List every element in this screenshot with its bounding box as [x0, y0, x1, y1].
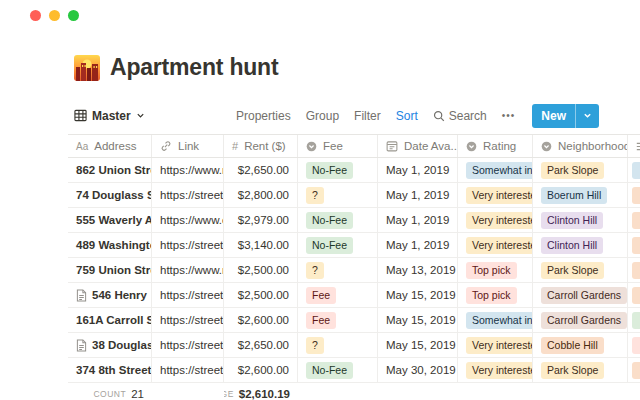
cell-date-available[interactable]: May 15, 2019	[378, 283, 458, 307]
cell-date-available[interactable]: May 1, 2019	[378, 158, 458, 182]
cell-neighborhood[interactable]: Park Slope	[533, 358, 628, 382]
column-header-address[interactable]: AaAddress	[68, 135, 152, 157]
cell-address[interactable]: 161A Carroll St	[68, 308, 152, 332]
sort-button[interactable]: Sort	[396, 109, 418, 123]
column-header-rent[interactable]: #Rent ($)	[224, 135, 298, 157]
cell-neighborhood[interactable]: Park Slope	[533, 158, 628, 182]
cell-link[interactable]: https://streetea	[152, 308, 224, 332]
cell-rating[interactable]: Very interested	[458, 233, 533, 257]
average-aggregate[interactable]: AVERAGE $2,610.19	[224, 387, 298, 400]
cell-fee[interactable]: No-Fee	[298, 158, 378, 182]
page-title: Apartment hunt	[110, 54, 278, 81]
cell-neighborhood[interactable]: Park Slope	[533, 258, 628, 282]
cell-fee[interactable]: ?	[298, 258, 378, 282]
new-dropdown-button[interactable]	[576, 111, 599, 120]
cell-rating[interactable]: Very interested	[458, 358, 533, 382]
table-row[interactable]: 759 Union Stre https://www.na $2,500.00 …	[68, 258, 640, 283]
cell-neighborhood[interactable]: Cobble Hill	[533, 333, 628, 357]
cell-fee[interactable]: ?	[298, 183, 378, 207]
cell-rent[interactable]: $2,600.00	[224, 358, 298, 382]
rent-value: $2,979.00	[238, 214, 289, 226]
cell-address[interactable]: 38 Douglas	[68, 333, 152, 357]
table-row[interactable]: 161A Carroll St https://streetea $2,600.…	[68, 308, 640, 333]
cell-date-available[interactable]: May 1, 2019	[378, 208, 458, 232]
column-header-neighborhood[interactable]: Neighborhood	[533, 135, 628, 157]
search-button[interactable]: Search	[433, 109, 487, 123]
cell-date-available[interactable]: May 1, 2019	[378, 183, 458, 207]
new-button[interactable]: New	[532, 109, 575, 123]
cell-rating[interactable]: Top pick	[458, 258, 533, 282]
count-aggregate[interactable]: COUNT 21	[68, 387, 152, 400]
cell-fee[interactable]: Fee	[298, 308, 378, 332]
column-header-date-ava[interactable]: Date Ava...	[378, 135, 458, 157]
properties-button[interactable]: Properties	[236, 109, 291, 123]
cell-rent[interactable]: $2,650.00	[224, 158, 298, 182]
cell-rent[interactable]: $2,500.00	[224, 258, 298, 282]
cell-link[interactable]: https://www.cit	[152, 208, 224, 232]
rating-tag: Somewhat interested	[466, 312, 533, 329]
cell-neighborhood[interactable]: Clinton Hill	[533, 233, 628, 257]
cell-link[interactable]: https://www.na	[152, 258, 224, 282]
table-row[interactable]: 862 Union Stre https://www.na $2,650.00 …	[68, 158, 640, 183]
cell-date-available[interactable]: May 1, 2019	[378, 233, 458, 257]
cell-link[interactable]: https://www.na	[152, 158, 224, 182]
cell-date-available[interactable]: May 13, 2019	[378, 258, 458, 282]
cell-rent[interactable]: $2,650.00	[224, 333, 298, 357]
column-header-hidden-column[interactable]	[628, 135, 640, 157]
cell-rating[interactable]: Somewhat interested	[458, 158, 533, 182]
zoom-button[interactable]	[68, 10, 79, 21]
cell-rating[interactable]: Very interested	[458, 183, 533, 207]
cell-address[interactable]: 374 8th Street	[68, 358, 152, 382]
cell-address[interactable]: 489 Washingto	[68, 233, 152, 257]
cell-rating[interactable]: Very interested	[458, 208, 533, 232]
cell-date-available[interactable]: May 15, 2019	[378, 333, 458, 357]
column-label: Rent ($)	[244, 140, 286, 152]
fee-tag: ?	[306, 187, 324, 204]
cell-link[interactable]: https://streetea	[152, 233, 224, 257]
table-row[interactable]: 38 Douglas https://streetea $2,650.00 ? …	[68, 333, 640, 358]
cell-link[interactable]: https://streetea	[152, 183, 224, 207]
cell-neighborhood[interactable]: Boerum Hill	[533, 183, 628, 207]
cell-link[interactable]: https://streetea	[152, 283, 224, 307]
cell-rating[interactable]: Top pick	[458, 283, 533, 307]
close-button[interactable]	[30, 10, 41, 21]
cell-rating[interactable]: Somewhat interested	[458, 308, 533, 332]
cell-rent[interactable]: $2,500.00	[224, 283, 298, 307]
cell-address[interactable]: 555 Waverly A	[68, 208, 152, 232]
table-row[interactable]: 374 8th Street https://streetea $2,600.0…	[68, 358, 640, 383]
cell-date-available[interactable]: May 30, 2019	[378, 358, 458, 382]
column-header-fee[interactable]: Fee	[298, 135, 378, 157]
cell-rent[interactable]: $2,979.00	[224, 208, 298, 232]
cell-link[interactable]: https://streetea	[152, 333, 224, 357]
cell-fee[interactable]: Fee	[298, 283, 378, 307]
more-options-button[interactable]: •••	[502, 110, 516, 121]
table-row[interactable]: 555 Waverly A https://www.cit $2,979.00 …	[68, 208, 640, 233]
cell-neighborhood[interactable]: Carroll Gardens	[533, 308, 628, 332]
cell-fee[interactable]: ?	[298, 333, 378, 357]
column-header-link[interactable]: Link	[152, 135, 224, 157]
cell-address[interactable]: 759 Union Stre	[68, 258, 152, 282]
cell-fee[interactable]: No-Fee	[298, 358, 378, 382]
column-header-rating[interactable]: Rating	[458, 135, 533, 157]
cell-fee[interactable]: No-Fee	[298, 233, 378, 257]
table-row[interactable]: 74 Douglass St https://streetea $2,800.0…	[68, 183, 640, 208]
group-button[interactable]: Group	[306, 109, 339, 123]
cell-rent[interactable]: $2,600.00	[224, 308, 298, 332]
cell-address[interactable]: 74 Douglass St	[68, 183, 152, 207]
cell-date-available[interactable]: May 15, 2019	[378, 308, 458, 332]
view-switcher[interactable]: Master	[74, 109, 145, 123]
cell-fee[interactable]: No-Fee	[298, 208, 378, 232]
cell-link[interactable]: https://streetea	[152, 358, 224, 382]
cell-rating[interactable]: Very interested	[458, 333, 533, 357]
minimize-button[interactable]	[49, 10, 60, 21]
cell-address[interactable]: 862 Union Stre	[68, 158, 152, 182]
cell-neighborhood[interactable]: Clinton Hill	[533, 208, 628, 232]
cell-offscreen	[628, 208, 640, 232]
filter-button[interactable]: Filter	[354, 109, 381, 123]
cell-address[interactable]: 546 Henry	[68, 283, 152, 307]
table-row[interactable]: 546 Henry https://streetea $2,500.00 Fee…	[68, 283, 640, 308]
cell-rent[interactable]: $3,140.00	[224, 233, 298, 257]
table-row[interactable]: 489 Washingto https://streetea $3,140.00…	[68, 233, 640, 258]
cell-rent[interactable]: $2,800.00	[224, 183, 298, 207]
cell-neighborhood[interactable]: Carroll Gardens	[533, 283, 628, 307]
